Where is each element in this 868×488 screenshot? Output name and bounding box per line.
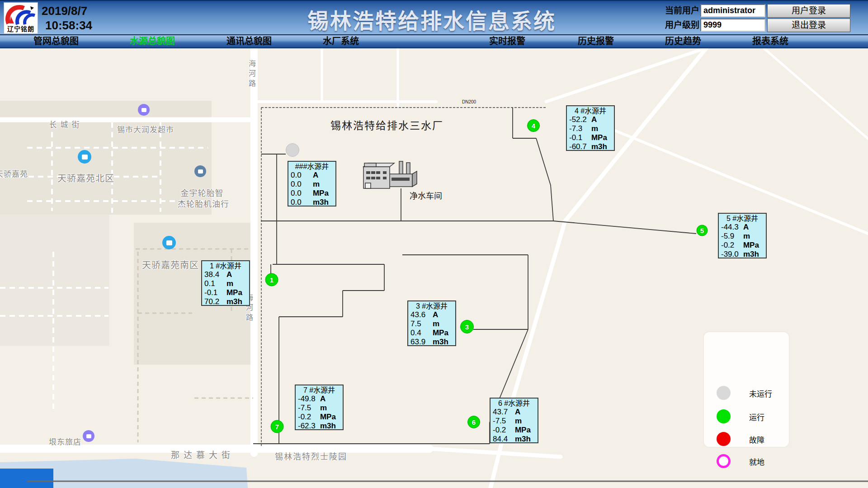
well-box-row: 0.0A <box>291 171 333 180</box>
nav-item-8[interactable]: 报表系统 <box>752 35 788 47</box>
legend-row-1: 未运行 <box>704 385 789 401</box>
well-value: -0.1 <box>204 288 226 297</box>
well-unit: MPa <box>433 328 448 338</box>
well-unit: MPa <box>743 241 759 250</box>
map-label-8: 垠东旅店 <box>49 436 81 447</box>
well-value: -7.3 <box>569 124 591 133</box>
well-unit: A <box>515 408 520 417</box>
well-unit: MPa <box>515 426 531 435</box>
well-value: -7.5 <box>298 404 320 413</box>
nav-item-3[interactable]: 通讯总貌图 <box>226 35 272 47</box>
legend-row-4: 就地 <box>704 454 789 469</box>
well-unit: m3h <box>313 198 329 207</box>
well-value: -0.1 <box>569 133 591 142</box>
well-marker-4[interactable]: 4 <box>527 119 540 132</box>
map-label-6: 杰轮胎机油行 <box>178 197 229 209</box>
well-box-row: -62.3m3h <box>298 422 340 431</box>
well-unit: m3h <box>320 422 336 431</box>
logout-button[interactable]: 退出登录 <box>767 19 850 32</box>
well-marker-5[interactable]: 5 <box>697 225 708 236</box>
well-box-5#水源井[interactable]: 5 #水源井-44.3A-5.9m-0.2MPa-39.0m3h <box>718 213 767 258</box>
nav-item-2[interactable]: 水源总貌图 <box>130 35 175 47</box>
well-marker-3[interactable]: 3 <box>460 320 474 333</box>
well-box-row: -44.3A <box>721 223 764 232</box>
well-box-row: -0.1MPa <box>204 288 247 297</box>
legend-dot-icon <box>717 386 731 400</box>
well-unit: m <box>515 417 522 426</box>
well-box-row: -0.2MPa <box>298 413 340 422</box>
residence-poi-icon <box>78 150 91 164</box>
well-box-row: 84.4m3h <box>493 435 535 444</box>
well-box-7#水源井[interactable]: 7 #水源井-49.8A-7.5m-0.2MPa-62.3m3h <box>295 385 344 430</box>
well-box-row: 0.0m <box>291 180 333 189</box>
map-canvas[interactable]: 锡林浩特给排水三水厂 净水车间 DN200 长城街锡市大润发超市天骄嘉苑天骄嘉苑… <box>0 48 868 488</box>
well-unit: m3h <box>515 435 531 444</box>
well-box-row: -39.0m3h <box>721 250 764 259</box>
user-level-field[interactable]: 9999 <box>700 19 765 32</box>
map-label-11: 海河路 <box>246 60 257 89</box>
map-label-7: 天骄嘉苑南区 <box>142 258 199 271</box>
residence-glyph <box>166 240 172 245</box>
map-label-5: 金宇轮胎智 <box>181 187 224 198</box>
login-button[interactable]: 用户登录 <box>767 4 850 18</box>
header-bar: 辽宁铭朗 2019/8/7 10:58:34 锡林浩特给排水信息系统 当前用户 … <box>0 0 868 34</box>
well-box-6#水源井[interactable]: 6 #水源井43.7A-7.5m-0.2MPa84.4m3h <box>490 398 538 443</box>
current-user-field[interactable]: administrator <box>700 4 765 17</box>
well-box-title: 1 #水源井 <box>204 262 247 270</box>
well-unit: A <box>591 115 597 124</box>
well-unit: A <box>313 171 318 180</box>
well-box-title: 3 #水源井 <box>410 302 453 310</box>
well-marker-idle[interactable] <box>286 143 299 157</box>
well-marker-7[interactable]: 7 <box>271 420 284 433</box>
well-box-row: -5.9m <box>721 232 764 241</box>
nav-item-4[interactable]: 水厂系统 <box>323 35 359 47</box>
block-west <box>0 215 109 346</box>
map-label-2: 锡市大润发超市 <box>117 123 174 135</box>
well-unit: m <box>743 232 750 241</box>
well-box-row: 0.0m3h <box>291 198 333 207</box>
well-box-row: 0.0MPa <box>291 189 333 198</box>
well-box-3#水源井[interactable]: 3 #水源井43.6A7.5m0.4MPa63.9m3h <box>407 300 456 346</box>
well-box-title: 4 #水源井 <box>569 107 612 115</box>
auto-shop-poi-icon <box>194 165 206 177</box>
well-box-title: 7 #水源井 <box>298 386 340 394</box>
well-box-row: 43.7A <box>493 408 535 417</box>
legend-label: 就地 <box>749 456 764 467</box>
well-value: -52.2 <box>569 115 591 124</box>
workshop-label: 净水车间 <box>410 189 442 201</box>
well-box-row: -0.2MPa <box>493 426 535 435</box>
pipe-diameter-label: DN200 <box>462 99 476 104</box>
well-box-4#水源井[interactable]: 4 #水源井-52.2A-7.3m-0.1MPa-60.7m3h <box>566 105 615 151</box>
supermarket-glyph <box>142 108 146 112</box>
system-title: 锡林浩特给排水信息系统 <box>307 4 556 35</box>
well-marker-6[interactable]: 6 <box>467 416 480 428</box>
nav-item-1[interactable]: 管网总貌图 <box>33 35 79 47</box>
current-time: 10:58:34 <box>42 18 92 33</box>
well-box-row: -0.1MPa <box>569 133 612 142</box>
well-box-1#水源井[interactable]: 1 #水源井38.4A0.1m-0.1MPa70.2m3h <box>201 260 250 306</box>
well-value: -0.2 <box>721 241 743 250</box>
status-legend: 未运行运行故障就地 <box>704 332 789 447</box>
well-box-row: 0.1m <box>204 279 247 288</box>
well-box-###水源井[interactable]: ###水源井0.0A0.0m0.0MPa0.0m3h <box>288 161 336 206</box>
legend-ring-icon <box>717 454 731 468</box>
current-user-label: 当前用户 <box>665 4 699 18</box>
nav-item-7[interactable]: 历史趋势 <box>665 35 701 47</box>
well-unit: A <box>226 270 232 279</box>
well-value: 0.0 <box>291 189 313 198</box>
well-unit: m <box>591 124 598 133</box>
well-value: -49.8 <box>298 394 320 404</box>
well-value: 43.6 <box>410 310 433 319</box>
well-unit: MPa <box>320 413 336 422</box>
map-label-10: 锡林浩特烈士陵园 <box>275 450 347 462</box>
well-box-row: -7.3m <box>569 124 612 133</box>
user-level-label: 用户级别 <box>665 18 699 32</box>
well-marker-1[interactable]: 1 <box>265 273 278 286</box>
legend-label: 故障 <box>749 434 764 445</box>
nav-item-6[interactable]: 历史报警 <box>578 35 614 47</box>
main-nav: 管网总貌图水源总貌图通讯总貌图水厂系统实时报警历史报警历史趋势报表系统 <box>0 34 868 48</box>
well-box-row: 7.5m <box>410 319 453 328</box>
nav-item-5[interactable]: 实时报警 <box>489 35 525 47</box>
well-unit: m3h <box>591 142 607 151</box>
well-value: -62.3 <box>298 422 320 431</box>
